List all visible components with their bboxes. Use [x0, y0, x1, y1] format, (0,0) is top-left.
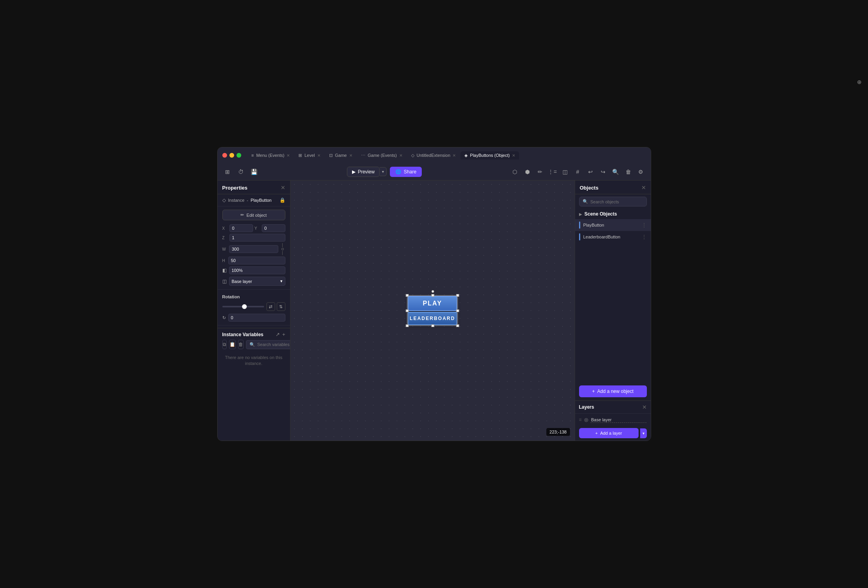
layer-stack-icon: ◫: [222, 279, 227, 284]
x-label: X: [222, 226, 228, 231]
handle-top-center[interactable]: [431, 290, 434, 293]
vars-divider: [218, 325, 290, 326]
preview-dropdown-button[interactable]: ▾: [380, 167, 387, 176]
toolbar: ⊞ ⏱ 💾 ▶ Preview ▾ 🌐 Share ⬡ ⬢ ✏ ⋮= ◫ #: [218, 163, 651, 180]
settings-icon[interactable]: ⚙: [636, 167, 646, 177]
layers-close-button[interactable]: ✕: [642, 404, 647, 410]
export-variables-icon[interactable]: ↗: [276, 331, 280, 337]
tab-close-game[interactable]: ✕: [349, 153, 352, 158]
z-input[interactable]: [229, 234, 285, 242]
x-input[interactable]: [229, 224, 253, 232]
tab-close-game-events[interactable]: ✕: [399, 153, 402, 158]
add-object-plus-icon: +: [592, 389, 595, 394]
base-layer-item: ≡ ◎ ⋮: [575, 414, 651, 426]
y-label: Y: [255, 226, 260, 231]
paste-variable-icon[interactable]: 📋: [229, 340, 236, 349]
add-layer-dropdown-button[interactable]: ▾: [640, 428, 647, 438]
flip-horizontal-icon[interactable]: ⇄: [266, 302, 275, 311]
grid-icon[interactable]: #: [573, 167, 583, 177]
toolbar-right: ⬡ ⬢ ✏ ⋮= ◫ # ↩ ↪ 🔍 🗑 ⚙: [510, 167, 646, 177]
edit-object-label: Edit object: [246, 213, 266, 218]
delete-variable-icon[interactable]: 🗑: [238, 340, 244, 349]
edit-icon[interactable]: ✏: [535, 167, 545, 177]
play-button-object[interactable]: PLAY: [408, 296, 457, 311]
objects-icon[interactable]: ⬢: [522, 167, 533, 177]
constraint-icon[interactable]: [280, 243, 285, 255]
add-layer-button[interactable]: + Add a layer: [579, 428, 639, 438]
search-variables-input[interactable]: [257, 342, 291, 347]
minimize-button[interactable]: [229, 153, 234, 158]
events-icon[interactable]: ⋮=: [548, 167, 558, 177]
layer-drag-icon[interactable]: ≡: [579, 417, 582, 422]
canvas-area[interactable]: PLAY LEADERBOARD: [291, 180, 575, 441]
object-item-leaderboard[interactable]: LeaderboardButton ⋮: [575, 231, 651, 243]
redo-icon[interactable]: ↪: [598, 167, 608, 177]
layer-visible-icon[interactable]: ◎: [584, 417, 588, 422]
leaderboard-menu-icon[interactable]: ⋮: [641, 234, 647, 240]
save-icon[interactable]: 💾: [249, 167, 259, 177]
layer-options-icon[interactable]: ⋮: [649, 417, 651, 423]
properties-header: Properties ✕: [218, 180, 290, 194]
tab-close-untitled[interactable]: ✕: [453, 153, 456, 158]
close-button[interactable]: [222, 153, 227, 158]
tab-game-label: Game: [335, 153, 347, 158]
scene-objects-title: Scene Objects: [585, 211, 617, 217]
tab-level[interactable]: ⊞ Level ✕: [294, 151, 324, 160]
tab-play-buttons[interactable]: ◈ PlayButtons (Object) ✕: [460, 151, 519, 160]
add-layer-plus-icon: +: [595, 431, 598, 435]
flip-vertical-icon[interactable]: ⇅: [277, 302, 285, 311]
object-item-playbutton[interactable]: PlayButton ⋮: [575, 219, 651, 231]
undo-icon[interactable]: ↩: [585, 167, 596, 177]
leaderboard-name: LeaderboardButton: [583, 234, 638, 239]
delete-icon[interactable]: 🗑: [623, 167, 633, 177]
tab-close-menu-events[interactable]: ✕: [287, 153, 290, 158]
scene-objects-chevron[interactable]: ▶: [579, 212, 582, 216]
edit-object-button[interactable]: ✏ Edit object: [222, 210, 285, 220]
maximize-button[interactable]: [237, 153, 241, 158]
lock-icon[interactable]: 🔒: [279, 197, 285, 203]
rotation-val-row: ↻: [218, 313, 290, 323]
objects-search-container: 🔍: [579, 197, 647, 207]
y-input[interactable]: [262, 224, 285, 232]
leaderboard-button-object[interactable]: LEADERBOARD: [408, 312, 457, 325]
preview-button[interactable]: ▶ Preview: [347, 167, 380, 177]
z-row: Z: [218, 233, 290, 242]
h-input[interactable]: [228, 257, 285, 264]
instance-diamond-icon: ◇: [222, 197, 226, 203]
rotation-input[interactable]: [228, 314, 285, 322]
instance-row: ◇ Instance - PlayButton 🔒: [218, 194, 290, 207]
3d-icon[interactable]: ⬡: [510, 167, 520, 177]
zoom-in-icon[interactable]: 🔍: [611, 167, 621, 177]
history-icon[interactable]: ⏱: [236, 167, 246, 177]
objects-close-button[interactable]: ✕: [641, 184, 646, 191]
tab-untitled-ext[interactable]: ◇ UntitledExtension ✕: [407, 151, 460, 160]
layer-name-input[interactable]: [590, 417, 646, 423]
layers-icon[interactable]: ◫: [560, 167, 570, 177]
rotation-slider-handle[interactable]: [242, 304, 247, 309]
rotation-slider[interactable]: [222, 306, 264, 307]
tab-game-events[interactable]: ⋯ Game (Events) ✕: [357, 151, 406, 160]
toolbar-center: ▶ Preview ▾ 🌐 Share: [263, 167, 507, 177]
layout-icon[interactable]: ⊞: [222, 167, 233, 177]
rotation-icons: ⇄ ⇅: [266, 302, 285, 311]
canvas-content: PLAY LEADERBOARD: [408, 296, 457, 325]
playbutton-menu-icon[interactable]: ⋮: [641, 222, 647, 228]
properties-close-button[interactable]: ✕: [281, 184, 285, 191]
tab-close-play-buttons[interactable]: ✕: [512, 153, 515, 158]
objects-panel: Objects ✕ 🔍 ⊕ ▶ Scene Objects PlayButton…: [575, 180, 651, 441]
add-object-button[interactable]: + Add a new object: [579, 385, 647, 397]
tab-menu-events[interactable]: ≡ Menu (Events) ✕: [248, 151, 294, 159]
objects-search-input[interactable]: [590, 199, 645, 204]
tab-close-level[interactable]: ✕: [317, 153, 320, 158]
share-button[interactable]: 🌐 Share: [390, 167, 422, 177]
instance-variables-icons: ↗ +: [276, 331, 285, 337]
main-content: Properties ✕ ◇ Instance - PlayButton 🔒 ✏…: [218, 180, 651, 441]
w-input[interactable]: [229, 245, 278, 253]
layer-select[interactable]: Base layer ▾: [229, 277, 285, 286]
tab-game[interactable]: ⊡ Game ✕: [325, 151, 356, 160]
z-label: Z: [222, 236, 228, 240]
search-variables-icon: 🔍: [250, 342, 255, 347]
copy-variable-icon[interactable]: ⧉: [222, 340, 227, 349]
layers-title: Layers: [579, 404, 594, 410]
add-variable-icon[interactable]: +: [282, 331, 285, 337]
